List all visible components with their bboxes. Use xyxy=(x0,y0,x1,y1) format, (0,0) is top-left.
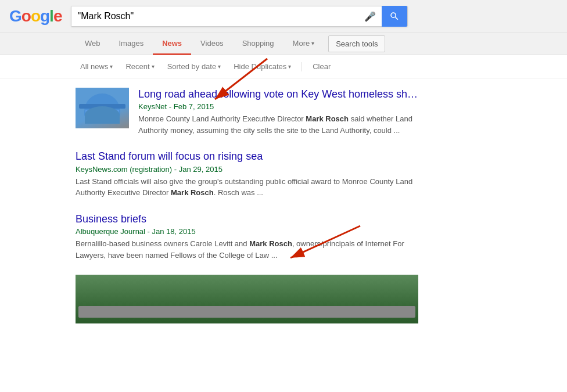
nav-images[interactable]: Images xyxy=(110,33,153,55)
recent-chevron-icon: ▾ xyxy=(152,63,155,70)
filter-bar: All news ▾ Recent ▾ Sorted by date ▾ Hid… xyxy=(0,55,567,78)
mic-icon[interactable]: 🎤 xyxy=(358,11,382,22)
clear-filter-button[interactable]: Clear xyxy=(308,60,335,73)
all-news-chevron-icon: ▾ xyxy=(110,63,113,70)
result-source: KeysNews.com (registration) - Jan 29, 20… xyxy=(76,165,418,174)
nav-videos[interactable]: Videos xyxy=(191,33,233,55)
search-icon xyxy=(389,11,400,21)
sorted-chevron-icon: ▾ xyxy=(218,63,221,70)
result-snippet: Last Stand officials will also give the … xyxy=(76,176,418,199)
result-title[interactable]: Long road ahead following vote on Key We… xyxy=(138,88,418,101)
header: Google 🎤 xyxy=(0,0,567,33)
result-item: Last Stand forum will focus on rising se… xyxy=(76,150,418,198)
result-item: SAY NO Long road ahead following vote on… xyxy=(76,88,418,136)
result-content: Last Stand forum will focus on rising se… xyxy=(76,150,418,198)
result-thumbnail: SAY NO xyxy=(76,88,129,128)
result-item: Business briefs Albuquerque Journal - Ja… xyxy=(76,213,418,261)
result-content: Long road ahead following vote on Key We… xyxy=(138,88,418,136)
nav-tabs: Web Images News Videos Shopping More ▾ S… xyxy=(0,33,567,55)
filter-divider xyxy=(302,62,302,71)
annotation-arrow-2 xyxy=(279,220,372,267)
nav-web[interactable]: Web xyxy=(76,33,110,55)
svg-line-3 xyxy=(290,226,360,258)
search-input[interactable] xyxy=(71,6,358,26)
results-container: SAY NO Long road ahead following vote on… xyxy=(0,78,418,347)
filter-sorted-by-date[interactable]: Sorted by date ▾ xyxy=(163,60,226,73)
filter-recent[interactable]: Recent ▾ xyxy=(121,60,159,73)
result-snippet: Monroe County Land Authority Executive D… xyxy=(138,113,418,136)
filter-all-news[interactable]: All news ▾ xyxy=(76,60,117,73)
search-form: 🎤 xyxy=(71,6,408,27)
google-logo: Google xyxy=(9,7,62,26)
search-tools-button[interactable]: Search tools xyxy=(328,35,385,52)
nav-shopping[interactable]: Shopping xyxy=(233,33,284,55)
nav-news[interactable]: News xyxy=(153,33,191,55)
more-chevron-icon: ▾ xyxy=(311,40,314,46)
hide-dup-chevron-icon: ▾ xyxy=(288,63,291,70)
filter-hide-duplicates[interactable]: Hide Duplicates ▾ xyxy=(229,60,296,73)
result-title[interactable]: Last Stand forum will focus on rising se… xyxy=(76,150,418,163)
nav-more[interactable]: More ▾ xyxy=(284,33,324,55)
search-button[interactable] xyxy=(382,6,407,27)
result-source: KeysNet - Feb 7, 2015 xyxy=(138,102,418,111)
result-item: Company pitches 34-apartment complex in … xyxy=(76,275,418,323)
result-thumbnail xyxy=(76,275,129,315)
